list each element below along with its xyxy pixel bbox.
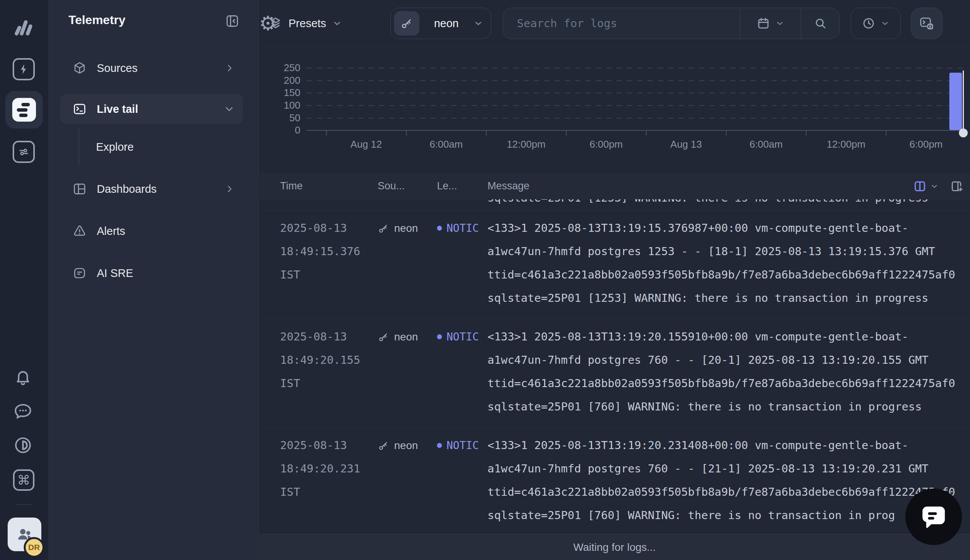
- rail-divider: [15, 504, 33, 505]
- search-input[interactable]: [503, 8, 740, 38]
- log-row-partial[interactable]: sqlstate=25P01 [1253] WARNING: there is …: [259, 199, 970, 210]
- x-axis-label: 12:00pm: [507, 138, 545, 150]
- gridline: [307, 118, 965, 118]
- log-row[interactable]: 2025-08-1318:49:15.376IST neon NOTIC <13…: [259, 210, 970, 319]
- log-message: <133>1 2025-08-13T13:19:20.231408+00:00 …: [487, 434, 970, 536]
- brand-logo-icon[interactable]: [12, 16, 34, 38]
- sidebar-item-label: Alerts: [97, 225, 125, 238]
- sidebar-item-dashboards[interactable]: Dashboards: [60, 174, 243, 204]
- logs-nav-active[interactable]: [5, 91, 43, 128]
- sidebar-item-explore[interactable]: Explore: [60, 132, 243, 162]
- log-table: Time Sou... Le... Message: [259, 173, 970, 560]
- presets-button[interactable]: Presets: [268, 8, 342, 39]
- chart-bar[interactable]: [949, 73, 962, 130]
- icon-rail: ⌘ DR: [0, 0, 48, 560]
- log-source: neon: [378, 217, 437, 240]
- source-select-value: neon: [434, 17, 459, 30]
- axis-tick: [326, 130, 327, 135]
- log-row[interactable]: 2025-08-1318:49:20.231IST neon NOTIC <13…: [259, 428, 970, 536]
- theme-contrast-icon[interactable]: [13, 435, 33, 455]
- y-axis-tick: 150: [259, 87, 300, 98]
- automations-bolt-icon[interactable]: [13, 58, 35, 80]
- y-axis-tick: 250: [259, 62, 300, 73]
- axis-tick: [566, 130, 567, 135]
- gridline: [307, 80, 965, 81]
- cube-icon: [73, 61, 87, 75]
- run-search-button[interactable]: [801, 8, 839, 38]
- notifications-bell-icon[interactable]: [13, 368, 33, 388]
- log-volume-chart[interactable]: 250 200 150 100 50 0 Aug 12 6:00am 12:00…: [259, 47, 970, 173]
- gridline: [307, 68, 965, 68]
- y-axis-tick: 200: [259, 75, 300, 86]
- app-window: ⌘ DR Telemetry Sources: [0, 0, 970, 560]
- command-glyph: ⌘: [17, 472, 30, 488]
- gridline: [307, 93, 965, 93]
- y-axis-tick: 0: [259, 125, 300, 135]
- axis-tick: [806, 130, 807, 135]
- y-axis-tick: 100: [259, 100, 300, 110]
- chevron-down-icon: [880, 19, 890, 28]
- support-chat-fab[interactable]: [905, 488, 962, 545]
- sidebar-item-live-tail[interactable]: Live tail: [60, 94, 243, 124]
- logs-icon: [12, 98, 36, 122]
- sidebar: Telemetry Sources Live tail: [48, 0, 259, 560]
- log-message: <133>1 2025-08-13T13:19:20.155910+00:00 …: [487, 325, 970, 427]
- feedback-chat-icon[interactable]: [13, 401, 33, 421]
- sidebar-item-alerts[interactable]: Alerts: [60, 216, 243, 246]
- waiting-status-text: Waiting for logs...: [573, 541, 655, 553]
- level-dot: [437, 334, 442, 339]
- column-header-level[interactable]: Le...: [437, 180, 487, 192]
- x-axis-label: 6:00pm: [590, 138, 623, 150]
- sidebar-item-sources[interactable]: Sources: [60, 53, 243, 83]
- x-axis-label: Aug 13: [670, 138, 702, 150]
- log-level: NOTIC: [437, 217, 487, 240]
- add-column-icon[interactable]: [950, 180, 963, 193]
- chevron-right-icon: [225, 184, 235, 194]
- level-dot: [437, 443, 442, 448]
- axis-tick: [726, 130, 727, 135]
- command-shortcuts-icon[interactable]: ⌘: [13, 469, 35, 491]
- sidebar-collapse-icon[interactable]: [225, 14, 240, 30]
- y-axis-tick: 50: [259, 112, 300, 123]
- log-time: 2025-08-1318:49:20.231IST: [280, 434, 378, 536]
- log-time: 2025-08-1318:49:20.155IST: [280, 325, 378, 427]
- time-scrubber-line[interactable]: [963, 70, 964, 135]
- terminal-icon: [73, 102, 87, 116]
- date-range-button[interactable]: [740, 8, 801, 38]
- x-axis-label: 12:00pm: [827, 138, 865, 150]
- sidebar-item-label: Live tail: [97, 103, 138, 115]
- terminal-code-icon: [919, 16, 934, 31]
- x-axis-label: Aug 12: [350, 138, 382, 150]
- main-content: Presets neon: [259, 0, 970, 560]
- log-source: neon: [378, 325, 437, 348]
- x-axis-line: [307, 130, 965, 131]
- axis-tick: [486, 130, 487, 135]
- log-time: 2025-08-1318:49:15.376IST: [280, 217, 378, 318]
- log-search-bar: [503, 8, 840, 39]
- avatar-initials-badge: DR: [24, 537, 44, 558]
- column-header-source[interactable]: Sou...: [378, 180, 437, 192]
- columns-layout-icon[interactable]: [913, 180, 927, 193]
- sidebar-item-ai-sre[interactable]: AI SRE: [60, 258, 243, 288]
- page-title: Telemetry: [68, 13, 125, 27]
- query-console-button[interactable]: [911, 8, 942, 39]
- source-select[interactable]: neon: [390, 8, 491, 39]
- chevron-down-icon[interactable]: [930, 182, 938, 190]
- time-range-button[interactable]: [851, 8, 901, 39]
- column-header-time[interactable]: Time: [280, 180, 378, 192]
- level-dot: [437, 226, 442, 231]
- alert-triangle-icon: [73, 224, 87, 238]
- status-bar: Waiting for logs...: [259, 534, 970, 560]
- sidebar-item-label: Dashboards: [97, 183, 157, 195]
- ai-chat-icon: [73, 266, 87, 280]
- layers-icon: [268, 17, 282, 30]
- chevron-down-icon: [224, 104, 235, 114]
- chevron-down-icon: [332, 18, 342, 28]
- chevron-down-icon: [775, 19, 784, 28]
- x-axis-label: 6:00am: [750, 138, 783, 150]
- log-row[interactable]: 2025-08-1318:49:20.155IST neon NOTIC <13…: [259, 319, 970, 428]
- column-header-message[interactable]: Message: [487, 180, 970, 192]
- controls-sliders-icon[interactable]: [13, 141, 35, 163]
- time-scrubber-handle[interactable]: [959, 128, 968, 137]
- log-source: neon: [378, 434, 437, 457]
